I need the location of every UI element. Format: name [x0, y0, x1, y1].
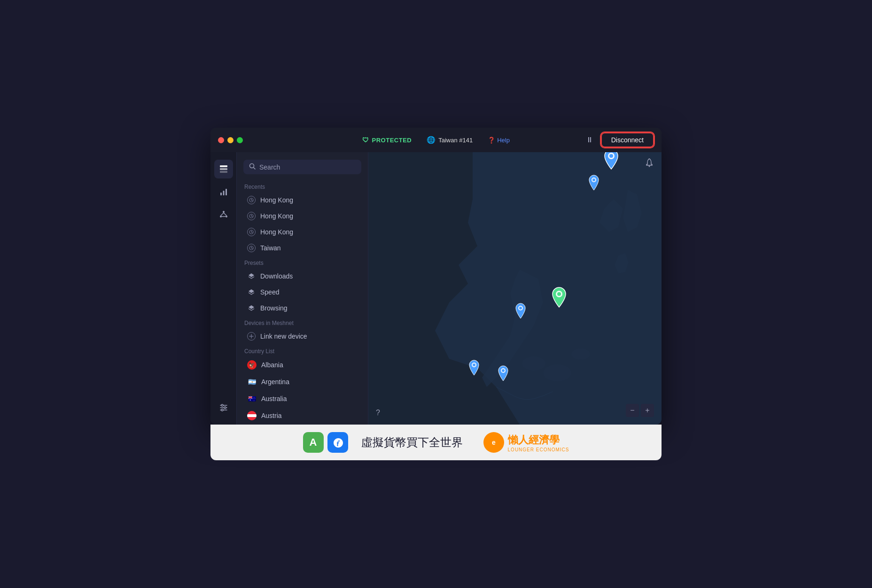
map-marker-3[interactable]: [467, 359, 481, 378]
help-button[interactable]: ❓ Help: [488, 137, 510, 144]
svg-line-22: [251, 200, 252, 201]
map-marker-top[interactable]: [603, 152, 620, 172]
nav-stats[interactable]: [214, 182, 233, 201]
argentina-flag-icon: 🇦🇷: [247, 377, 257, 387]
bottom-banner: A 虛擬貨幣買下全世界 e 懶人經濟學 LOUNGER ECONOMICS: [210, 425, 662, 460]
preset-layers-icon-3: [247, 304, 256, 312]
svg-rect-3: [220, 193, 222, 195]
svg-line-9: [221, 213, 224, 216]
icon-rail: [210, 152, 237, 425]
svg-line-28: [251, 232, 252, 232]
recent-clock-icon-1: [247, 196, 256, 204]
recent-item-3[interactable]: Hong Kong: [240, 224, 365, 240]
add-device-icon: [247, 332, 256, 340]
svg-point-42: [519, 307, 522, 309]
nav-locations[interactable]: [214, 160, 233, 178]
search-box[interactable]: [243, 160, 361, 174]
traffic-lights: [218, 137, 243, 143]
svg-point-17: [221, 409, 223, 411]
country-austria[interactable]: Austria: [240, 407, 365, 424]
map-marker-active[interactable]: [551, 286, 568, 310]
link-device-label: Link new device: [260, 333, 307, 340]
country-argentina[interactable]: 🇦🇷 Argentina: [240, 373, 365, 390]
map-marker-1[interactable]: [587, 174, 600, 193]
recent-item-4[interactable]: Taiwan: [240, 240, 365, 256]
help-map-button[interactable]: ?: [376, 409, 380, 417]
brand-name: 懶人經濟學: [508, 433, 569, 447]
brand-text-block: 懶人經濟學 LOUNGER ECONOMICS: [508, 433, 569, 452]
main-layout: Recents Hong Kong: [210, 152, 662, 425]
search-input[interactable]: [259, 163, 356, 171]
zoom-in-button[interactable]: +: [641, 404, 654, 417]
app-window: 🛡 PROTECTED 🌐 Taiwan #141 ❓ Help ⏸ Disco…: [210, 128, 662, 425]
brand-section: e 懶人經濟學 LOUNGER ECONOMICS: [483, 432, 569, 453]
svg-rect-1: [220, 168, 227, 170]
help-label: Help: [497, 137, 510, 144]
preset-speed[interactable]: Speed: [240, 284, 365, 300]
svg-text:e: e: [492, 439, 496, 446]
shield-icon: 🛡: [362, 136, 369, 144]
recent-item-label-2: Hong Kong: [260, 212, 293, 220]
brand-sub: LOUNGER ECONOMICS: [508, 447, 569, 452]
banner-main-text: 虛擬貨幣買下全世界: [361, 435, 463, 450]
facebook-logo: [327, 432, 348, 453]
map-marker-4[interactable]: [497, 365, 510, 384]
svg-point-16: [224, 407, 226, 409]
disconnect-button[interactable]: Disconnect: [601, 132, 654, 147]
argentina-label: Argentina: [261, 378, 289, 386]
recent-item-label-1: Hong Kong: [260, 196, 293, 204]
australia-flag-icon: 🇦🇺: [247, 394, 257, 403]
svg-point-6: [223, 211, 225, 213]
svg-point-8: [226, 216, 227, 217]
recent-item-label-4: Taiwan: [260, 244, 281, 252]
fullscreen-button[interactable]: [237, 137, 243, 143]
close-button[interactable]: [218, 137, 224, 143]
preset-layers-icon-2: [247, 288, 256, 296]
preset-browsing[interactable]: Browsing: [240, 300, 365, 316]
preset-speed-label: Speed: [260, 288, 279, 296]
lounger-logo: e: [483, 432, 504, 453]
country-australia[interactable]: 🇦🇺 Australia: [240, 390, 365, 407]
country-list-section-label: Country List: [237, 344, 368, 356]
app-logo: A: [303, 432, 324, 453]
australia-label: Australia: [261, 395, 287, 402]
nav-settings[interactable]: [214, 398, 233, 417]
status-text: PROTECTED: [372, 137, 412, 144]
preset-downloads-label: Downloads: [260, 272, 293, 280]
preset-downloads[interactable]: Downloads: [240, 268, 365, 284]
notification-button[interactable]: [645, 158, 654, 170]
svg-point-15: [221, 404, 223, 406]
recent-item-1[interactable]: Hong Kong: [240, 192, 365, 208]
sponsor-logos: A: [303, 432, 348, 453]
link-new-device[interactable]: Link new device: [240, 328, 365, 344]
zoom-controls: − +: [626, 404, 654, 417]
svg-rect-4: [223, 191, 224, 195]
recent-clock-icon-2: [247, 212, 256, 220]
svg-line-19: [254, 168, 256, 170]
recent-clock-icon-4: [247, 244, 256, 252]
austria-flag-icon: [247, 411, 257, 420]
server-info[interactable]: 🌐 Taiwan #141: [427, 136, 473, 144]
recents-section-label: Recents: [237, 180, 368, 192]
svg-rect-0: [220, 165, 227, 167]
preset-browsing-label: Browsing: [260, 304, 288, 312]
presets-section-label: Presets: [237, 256, 368, 268]
minimize-button[interactable]: [227, 137, 234, 143]
svg-point-50: [609, 154, 613, 158]
recent-item-2[interactable]: Hong Kong: [240, 208, 365, 224]
server-name: Taiwan #141: [438, 137, 473, 144]
pause-icon[interactable]: ⏸: [586, 136, 593, 144]
albania-flag-icon: 🦅: [247, 360, 257, 370]
svg-rect-5: [226, 189, 227, 195]
austria-label: Austria: [261, 412, 282, 419]
svg-line-10: [224, 213, 226, 216]
svg-point-48: [502, 369, 505, 372]
zoom-out-button[interactable]: −: [626, 404, 639, 417]
nav-meshnet[interactable]: [214, 205, 233, 224]
titlebar-center: 🛡 PROTECTED 🌐 Taiwan #141 ❓ Help: [362, 136, 510, 144]
globe-icon: 🌐: [427, 136, 436, 144]
svg-rect-2: [220, 171, 227, 173]
map-marker-2[interactable]: [514, 302, 527, 321]
country-albania[interactable]: 🦅 Albania: [240, 356, 365, 373]
svg-point-46: [473, 364, 475, 366]
